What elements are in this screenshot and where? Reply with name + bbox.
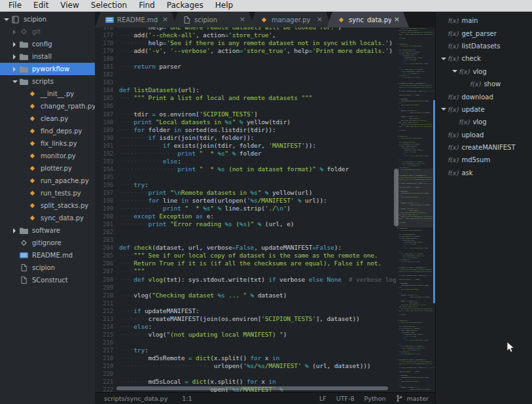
code-line[interactable]: 185····""" Print a list of local and rem…	[95, 94, 396, 102]
code-line[interactable]: 194················print " * %s (not in …	[95, 165, 396, 173]
symbol-download[interactable]: f(x)download	[436, 90, 532, 103]
sidebar-item-find-deps-py[interactable]: find_deps.py	[0, 125, 95, 137]
encoding-indicator[interactable]: UTF-8	[336, 395, 355, 402]
line-ending-indicator[interactable]: LF	[319, 395, 327, 402]
code-line[interactable]: 207····"""	[95, 267, 396, 275]
code-line[interactable]: 218········md5sRemote = dict(x.split() f…	[95, 354, 396, 362]
code-line[interactable]: 205····""" See if our local copy of data…	[95, 252, 396, 260]
menu-item-selection[interactable]: Selection	[85, 0, 133, 11]
code-line[interactable]: 206····Return True if it is (if all the …	[95, 260, 396, 267]
sidebar-item-pyworkflow[interactable]: pyworkflow	[0, 63, 95, 75]
horizontal-scrollbar[interactable]	[116, 386, 388, 390]
code-area[interactable]: 176········help='URL where remote datase…	[95, 27, 396, 392]
menu-item-packages[interactable]: Packages	[161, 0, 209, 11]
code-line[interactable]: 184def listDatasets(url):	[95, 86, 396, 94]
symbol-vlog[interactable]: f(x)vlog	[436, 116, 532, 128]
code-line[interactable]: 220	[95, 370, 396, 378]
symbol-vlog[interactable]: f(x)vlog	[436, 65, 532, 78]
symbol-createmanifest[interactable]: f(x)createMANIFEST	[436, 141, 532, 154]
tab-scipion[interactable]: scipion×	[172, 12, 255, 27]
symbol-update[interactable]: f(x)update	[436, 103, 532, 116]
menu-item-find[interactable]: Find	[133, 0, 161, 11]
code-line[interactable]: 190········if isdir(join(tdir, folder)):	[95, 134, 396, 142]
sidebar-item-monitor-py[interactable]: monitor.py	[0, 150, 95, 162]
code-line[interactable]: 204def check(dataset, url, verbose=False…	[95, 244, 396, 252]
git-branch-indicator[interactable]: master	[395, 395, 429, 402]
code-line[interactable]: 197········print "\nRemote datasets in %…	[95, 189, 396, 197]
code-line[interactable]: 221········md5sLocal = dict(x.split() fo…	[95, 378, 396, 386]
sidebar-item-scipion[interactable]: scipion	[0, 13, 95, 25]
code-line[interactable]: 187····tdir = os.environ['SCIPION_TESTS'…	[95, 110, 396, 118]
code-line[interactable]: 188····print "Local datasets in %s" % ye…	[95, 118, 396, 126]
code-line[interactable]: 183	[95, 78, 396, 86]
code-line[interactable]: 208····def vlog(txt): sys.stdout.write(t…	[95, 276, 396, 284]
sidebar-item-change-rpath-py[interactable]: change_rpath.py	[0, 100, 95, 112]
tab-close-icon[interactable]: ×	[317, 16, 323, 23]
tab-readme-md[interactable]: README.md×	[95, 12, 177, 27]
code-line[interactable]: 210····vlog("Checking dataset %s ... " %…	[95, 292, 396, 299]
tab-close-icon[interactable]: ×	[239, 16, 245, 23]
code-line[interactable]: 177····add('--check-all', action='store_…	[95, 31, 396, 39]
code-line[interactable]: 214····else:	[95, 323, 396, 331]
code-line[interactable]: 212····if updateMANIFEST:	[95, 307, 396, 315]
code-line[interactable]: 215········vlog("(not updating local MAN…	[95, 331, 396, 339]
minimap[interactable]: ········help='URL where remote datasets …	[396, 27, 435, 392]
sidebar-item-split-stacks-py[interactable]: split_stacks.py	[0, 199, 95, 212]
symbol-show[interactable]: f(x)show	[436, 78, 532, 90]
code-line[interactable]: 191············if exists(join(tdir, fold…	[95, 142, 396, 150]
sidebar-item-fix-links-py[interactable]: fix_links.py	[0, 137, 95, 150]
vertical-scrollbar[interactable]	[394, 169, 399, 226]
symbol-listdatasets[interactable]: f(x)listDatasets	[436, 40, 532, 52]
sidebar-item-init-py[interactable]: __init__.py	[0, 88, 95, 100]
code-line[interactable]: 203	[95, 236, 396, 244]
code-line[interactable]: 180	[95, 55, 396, 63]
sidebar-item-readme-md[interactable]: README.md	[0, 249, 95, 261]
sidebar-item-software[interactable]: software	[0, 224, 95, 237]
sidebar-item-install[interactable]: install	[0, 50, 95, 63]
sidebar-item-scipion[interactable]: scipion	[0, 261, 95, 274]
syntax-indicator[interactable]: Python	[364, 395, 386, 402]
symbol-get-parser[interactable]: f(x)get_parser	[436, 27, 532, 39]
symbol-ask[interactable]: f(x)ask	[436, 167, 532, 179]
code-line[interactable]: 186	[95, 102, 396, 110]
sidebar-item-run-tests-py[interactable]: run_tests.py	[0, 187, 95, 199]
sidebar-item-sconstruct[interactable]: SConstruct	[0, 274, 95, 286]
code-line[interactable]: 195	[95, 173, 396, 181]
menu-item-view[interactable]: View	[54, 0, 84, 11]
code-line[interactable]: 196····try:	[95, 181, 396, 189]
tab-close-icon[interactable]: ×	[162, 16, 168, 23]
sidebar-item-gitignore[interactable]: gitignore	[0, 237, 95, 249]
sidebar-item-run-apache-py[interactable]: run_apache.py	[0, 175, 95, 187]
symbol-main[interactable]: f(x)main	[436, 14, 532, 27]
code-line[interactable]: 182	[95, 71, 396, 78]
tab-sync-data-py[interactable]: sync_data.py×	[327, 12, 409, 27]
code-line[interactable]: 201········print "Error reading %s (%s)"…	[95, 220, 396, 228]
code-line[interactable]: 219··························urlopen('%s…	[95, 362, 396, 370]
sidebar-item-config[interactable]: config	[0, 38, 95, 50]
sidebar-item-sync-data-py[interactable]: sync_data.py	[0, 212, 95, 224]
menu-item-edit[interactable]: Edit	[27, 0, 54, 11]
symbol-check[interactable]: f(x)check	[436, 52, 532, 65]
code-line[interactable]: 217····try:	[95, 346, 396, 354]
menu-item-file[interactable]: File	[3, 0, 27, 11]
code-line[interactable]: 216	[95, 339, 396, 346]
symbol-upload[interactable]: f(x)upload	[436, 129, 532, 141]
code-line[interactable]: 178········help='See if there is any rem…	[95, 39, 396, 47]
sidebar-item-scripts[interactable]: scripts	[0, 75, 95, 88]
code-line[interactable]: 199············print " * %s" % line.stri…	[95, 205, 396, 212]
code-line[interactable]: 181····return parser	[95, 63, 396, 71]
tab-manager-py[interactable]: manager.py×	[249, 12, 332, 27]
sidebar-item-plotter-py[interactable]: plotter.py	[0, 162, 95, 175]
code-line[interactable]: 213········createMANIFEST(join(os.enviro…	[95, 315, 396, 323]
minimap-viewport[interactable]	[396, 169, 435, 227]
code-line[interactable]: 189····for folder in sorted(os.listdir(t…	[95, 126, 396, 134]
code-line[interactable]: 211	[95, 299, 396, 307]
symbol-md5sum[interactable]: f(x)md5sum	[436, 154, 532, 166]
sidebar-item-git[interactable]: git	[0, 25, 95, 38]
sidebar-item-clean-py[interactable]: clean.py	[0, 112, 95, 125]
tab-close-icon[interactable]: ×	[394, 16, 400, 23]
code-line[interactable]: 179····add('-v', '--verbose', action='st…	[95, 47, 396, 55]
code-editor[interactable]: 176········help='URL where remote datase…	[95, 27, 435, 392]
code-line[interactable]: 202	[95, 228, 396, 236]
code-line[interactable]: 209	[95, 284, 396, 292]
